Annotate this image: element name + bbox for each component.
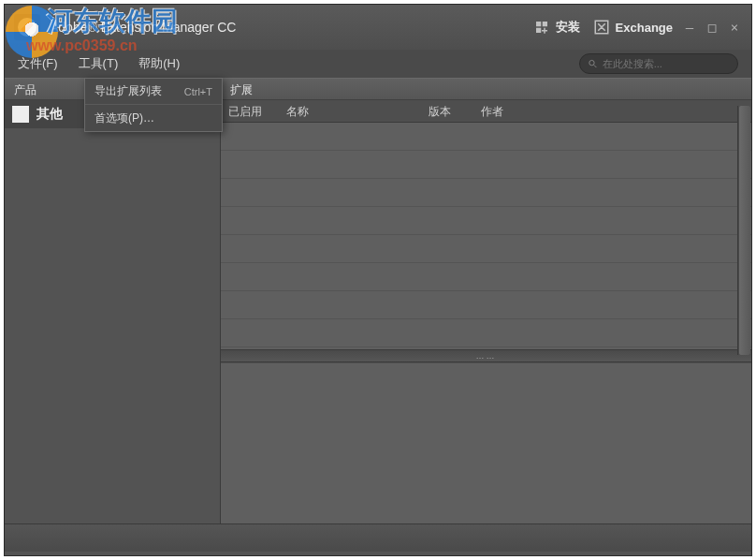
detail-pane bbox=[221, 362, 751, 523]
list-item[interactable] bbox=[221, 319, 751, 347]
tools-dropdown: 导出扩展列表 Ctrl+T 首选项(P)… bbox=[84, 78, 223, 132]
vertical-scrollbar[interactable] bbox=[737, 106, 750, 355]
col-author[interactable]: 作者 bbox=[473, 100, 751, 122]
menu-export-label: 导出扩展列表 bbox=[94, 83, 162, 99]
search-icon bbox=[588, 58, 598, 69]
sidebar-item-label: 其他 bbox=[36, 106, 63, 123]
menubar: 文件(F) 工具(T) 帮助(H) bbox=[5, 50, 751, 78]
header-extension: 扩展 bbox=[221, 79, 751, 99]
menu-file[interactable]: 文件(F) bbox=[18, 55, 58, 72]
menu-preferences[interactable]: 首选项(P)… bbox=[85, 105, 222, 131]
col-enabled[interactable]: 已启用 bbox=[221, 100, 279, 122]
minimize-button[interactable]: — bbox=[682, 20, 697, 35]
app-icon bbox=[14, 14, 40, 40]
list-item[interactable] bbox=[221, 123, 751, 151]
list-item[interactable] bbox=[221, 291, 751, 319]
svg-point-0 bbox=[589, 60, 594, 65]
maximize-button[interactable]: □ bbox=[705, 20, 720, 35]
svg-line-1 bbox=[594, 65, 597, 67]
list-item[interactable] bbox=[221, 179, 751, 207]
col-name[interactable]: 名称 bbox=[279, 100, 421, 122]
close-button[interactable]: × bbox=[727, 20, 742, 35]
col-version[interactable]: 版本 bbox=[421, 100, 473, 122]
menu-help[interactable]: 帮助(H) bbox=[138, 55, 180, 72]
product-icon bbox=[12, 106, 29, 123]
search-input[interactable] bbox=[603, 58, 730, 69]
menu-export-extensions[interactable]: 导出扩展列表 Ctrl+T bbox=[85, 79, 222, 105]
app-title: Adobe® Extension Manager CC bbox=[50, 20, 533, 35]
exchange-icon bbox=[593, 19, 610, 36]
product-sidebar: 其他 bbox=[5, 100, 221, 523]
content-area: 其他 已启用 名称 版本 作者 …… bbox=[5, 100, 751, 523]
column-headers: 已启用 名称 版本 作者 bbox=[221, 100, 751, 123]
menu-prefs-label: 首选项(P)… bbox=[94, 111, 154, 126]
scrollbar-thumb[interactable] bbox=[739, 106, 750, 355]
app-window: Adobe® Extension Manager CC 安装 Exchange … bbox=[4, 4, 752, 556]
install-icon bbox=[533, 19, 550, 36]
window-controls: — □ × bbox=[682, 20, 742, 35]
statusbar bbox=[5, 523, 751, 552]
extension-list bbox=[221, 123, 751, 349]
splitter[interactable]: …… bbox=[221, 349, 751, 362]
titlebar: Adobe® Extension Manager CC 安装 Exchange … bbox=[5, 5, 751, 50]
exchange-button[interactable]: Exchange bbox=[593, 19, 673, 36]
list-item[interactable] bbox=[221, 263, 751, 291]
list-item[interactable] bbox=[221, 207, 751, 235]
list-item[interactable] bbox=[221, 235, 751, 263]
extension-panel: 已启用 名称 版本 作者 …… bbox=[221, 100, 751, 523]
list-item[interactable] bbox=[221, 151, 751, 179]
search-box[interactable] bbox=[579, 53, 738, 74]
menu-tools[interactable]: 工具(T) bbox=[79, 55, 119, 72]
titlebar-actions: 安装 Exchange bbox=[533, 19, 673, 36]
exchange-label: Exchange bbox=[616, 21, 673, 35]
install-button[interactable]: 安装 bbox=[533, 19, 580, 36]
install-label: 安装 bbox=[556, 19, 580, 36]
menu-export-shortcut: Ctrl+T bbox=[184, 86, 212, 97]
